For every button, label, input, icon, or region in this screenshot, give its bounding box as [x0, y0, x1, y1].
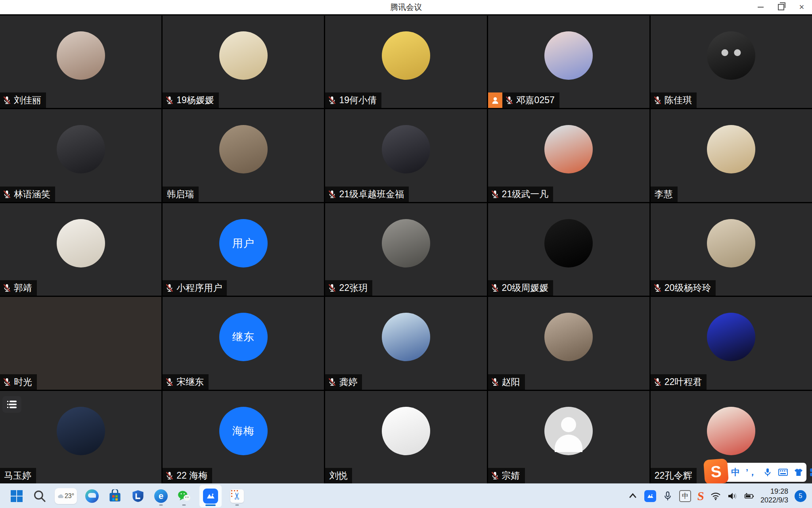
muted-mic-icon — [2, 96, 11, 105]
muted-mic-icon — [490, 283, 500, 292]
participant-tile[interactable]: 郭靖 — [0, 203, 161, 296]
avatar — [544, 313, 593, 361]
participant-tile[interactable]: 21级武一凡 — [488, 109, 649, 202]
avatar — [382, 313, 430, 361]
ime-toolbox-icon[interactable] — [809, 468, 812, 477]
muted-mic-icon — [2, 377, 11, 387]
participant-label: 21级卓越班金福 — [325, 187, 409, 202]
avatar — [544, 219, 593, 267]
tencent-meeting-taskbar-icon[interactable] — [199, 485, 222, 508]
participant-tile[interactable]: 22张玥 — [325, 203, 486, 296]
tencent-meeting-tray-icon[interactable] — [644, 490, 656, 502]
muted-mic-icon — [165, 471, 174, 480]
participant-name: 22张玥 — [339, 282, 368, 294]
participant-tile[interactable]: 22叶程君 — [651, 297, 812, 389]
participant-label: 22叶程君 — [651, 374, 707, 390]
start-button[interactable] — [9, 486, 25, 506]
ime-chinese-mode[interactable]: 中 — [731, 466, 740, 478]
participant-name: 赵阳 — [502, 376, 520, 388]
ime-skin-icon[interactable] — [794, 468, 803, 477]
muted-mic-icon — [490, 377, 500, 387]
muted-mic-icon — [165, 283, 174, 292]
participant-label: 22张玥 — [325, 280, 372, 296]
participant-tile[interactable]: 海梅 22 海梅 — [163, 391, 324, 483]
notification-badge[interactable]: 5 — [795, 490, 806, 502]
restore-button[interactable] — [771, 0, 791, 14]
participant-name: 陈佳琪 — [665, 94, 692, 106]
participant-name: 20级杨玲玲 — [665, 282, 711, 294]
member-list-button[interactable] — [2, 396, 21, 413]
input-mode-indicator[interactable]: 中 — [679, 490, 691, 502]
participant-tile[interactable]: 邓嘉0257 — [488, 15, 649, 108]
ime-punctuation[interactable]: ’， — [746, 466, 757, 478]
participant-label: 邓嘉0257 — [488, 92, 559, 108]
microphone-tray-icon[interactable] — [663, 491, 673, 501]
clock-time: 19:28 — [760, 487, 788, 496]
participant-name: 韩启瑞 — [167, 188, 194, 200]
participant-tile[interactable]: 刘悦 — [325, 391, 486, 483]
participant-tile[interactable]: 赵阳 — [488, 297, 649, 389]
avatar — [544, 31, 593, 80]
participant-label: 刘佳丽 — [0, 92, 46, 108]
participant-tile[interactable]: 20级周媛媛 — [488, 203, 649, 296]
participant-name: 刘佳丽 — [14, 94, 41, 106]
participant-name: 21级卓越班金福 — [339, 188, 404, 200]
participant-tile[interactable]: 宗婧 — [488, 391, 649, 483]
avatar — [707, 407, 755, 455]
participant-tile[interactable]: 陈佳琪 — [651, 15, 812, 108]
volume-icon[interactable] — [727, 491, 737, 501]
ime-keyboard-icon[interactable] — [778, 468, 788, 477]
battery-icon[interactable] — [744, 491, 754, 501]
avatar — [382, 125, 430, 173]
e-browser-icon[interactable]: e — [153, 486, 169, 506]
sogou-tray-icon[interactable]: S — [697, 489, 705, 503]
participant-tile[interactable]: 李慧 — [651, 109, 812, 202]
muted-mic-icon — [327, 283, 337, 292]
participant-tile[interactable]: 继东 宋继东 — [163, 297, 324, 389]
participant-tile[interactable]: 19何小倩 — [325, 15, 486, 108]
participant-tile[interactable]: 刘佳丽 — [0, 15, 161, 108]
wechat-icon[interactable] — [176, 486, 192, 506]
muted-mic-icon — [653, 283, 662, 292]
participant-label: 宋继东 — [163, 374, 209, 390]
participant-tile[interactable]: 用户 小程序用户 — [163, 203, 324, 296]
edge-icon[interactable] — [84, 486, 100, 506]
avatar — [382, 31, 430, 80]
snipping-tool-icon[interactable]: ✂ — [229, 486, 245, 506]
security-shield-icon[interactable] — [130, 486, 146, 506]
search-icon[interactable] — [32, 486, 48, 506]
participant-tile[interactable]: 19杨媛媛 — [163, 15, 324, 108]
avatar — [382, 219, 430, 267]
participant-tile[interactable]: 21级卓越班金福 — [325, 109, 486, 202]
participant-tile[interactable]: 20级杨玲玲 — [651, 203, 812, 296]
hidden-icons-chevron[interactable] — [628, 491, 638, 501]
minimize-button[interactable] — [750, 0, 771, 14]
list-icon — [7, 400, 17, 409]
muted-mic-icon — [327, 377, 337, 387]
muted-mic-icon — [165, 377, 174, 387]
avatar — [219, 125, 268, 173]
window-titlebar: 腾讯会议 × — [0, 0, 812, 14]
participant-label: 林语涵笑 — [0, 187, 55, 202]
weather-widget[interactable]: 23° — [55, 488, 77, 504]
ime-voice-icon[interactable] — [763, 468, 772, 477]
avatar — [57, 219, 105, 267]
avatar — [707, 313, 755, 361]
close-button[interactable]: × — [791, 0, 812, 14]
participant-tile[interactable]: 龚婷 — [325, 297, 486, 389]
taskbar-clock[interactable]: 19:28 2022/9/3 — [760, 487, 788, 504]
participant-name: 小程序用户 — [176, 282, 222, 294]
participant-tile[interactable]: 时光 — [0, 297, 161, 389]
store-icon[interactable] — [107, 486, 123, 506]
participant-tile[interactable]: 马玉婷 — [0, 391, 161, 483]
sogou-logo-icon[interactable]: S — [703, 458, 729, 485]
participant-tile[interactable]: 韩启瑞 — [163, 109, 324, 202]
participant-tile[interactable]: 林语涵笑 — [0, 109, 161, 202]
participant-label: 19何小倩 — [325, 92, 381, 108]
participant-grid: 刘佳丽 19杨媛媛 19何小倩 邓嘉0257 陈佳琪 — [0, 14, 812, 483]
muted-mic-icon — [490, 471, 500, 480]
wifi-icon[interactable] — [710, 491, 721, 501]
participant-label: 20级杨玲玲 — [651, 280, 716, 296]
participant-name: 龚婷 — [339, 376, 357, 388]
participant-label: 时光 — [0, 374, 37, 390]
